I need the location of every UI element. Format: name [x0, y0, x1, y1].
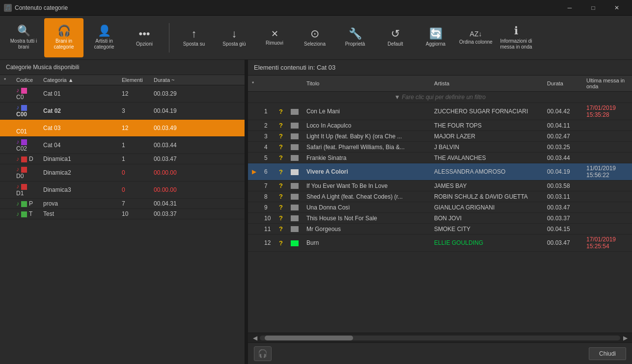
song-color: [287, 234, 302, 252]
default-icon: ↺: [391, 28, 400, 39]
sposta-su-button[interactable]: ↑ Sposta su: [174, 18, 214, 57]
category-table[interactable]: * Codice Categoria ▲ Elementi Durata ~ ♪…: [0, 75, 245, 364]
cat-table-row[interactable]: ♪D1Dinamica3000.00.00: [0, 182, 245, 199]
remove-icon: ✕: [271, 29, 278, 38]
song-num: 5: [260, 153, 275, 163]
rimuovi-button[interactable]: ✕ Rimuovi: [255, 18, 294, 57]
col-songs-titolo[interactable]: Titolo: [302, 76, 430, 92]
codice-text: C02: [16, 145, 27, 152]
cat-table-row[interactable]: ♪C02Cat 04100.03.44: [0, 137, 245, 154]
col-codice[interactable]: Codice: [12, 75, 39, 85]
songs-table-row[interactable]: 4?Safari (feat. Pharrell Williams, Bia &…: [248, 142, 632, 153]
song-last-aired: [582, 213, 632, 224]
row-arrow: [0, 137, 12, 154]
col-categoria[interactable]: Categoria ▲: [39, 75, 118, 85]
info-messa-onda-button[interactable]: ℹ Informazioni di messa in onda: [496, 18, 536, 57]
song-num: 11: [260, 224, 275, 234]
proprieta-button[interactable]: 🔧 Proprietà: [335, 18, 375, 57]
brani-categorie-button[interactable]: 🎧 Brani in categorie: [44, 18, 83, 57]
col-songs-ultima[interactable]: Ultima messa in onda: [582, 76, 632, 92]
song-duration: 00.03.47: [543, 202, 582, 213]
songs-table-row[interactable]: 7?If You Ever Want To Be In LoveJAMES BA…: [248, 181, 632, 191]
app-icon: 🎵: [4, 4, 12, 12]
person-icon: 👤: [98, 26, 111, 36]
songs-table-row[interactable]: 12?BurnELLIE GOULDING00.03.4717/01/2019 …: [248, 234, 632, 252]
song-duration: 00.02.47: [543, 131, 582, 142]
col-durata[interactable]: Durata ~: [150, 75, 245, 85]
cat-table-row[interactable]: ♪C00Cat 02300.04.19: [0, 103, 245, 120]
scroll-left-button[interactable]: ◀: [250, 335, 260, 341]
scrollbar-track[interactable]: [260, 336, 620, 340]
cat-table-row[interactable]: ▶♪C01Cat 031200.03.49: [0, 120, 245, 137]
music-note-icon: ♪: [16, 183, 19, 190]
question-mark-icon: ?: [279, 225, 283, 233]
cat-table-row[interactable]: ♪TTest1000.03.37: [0, 209, 245, 219]
song-star: [248, 213, 260, 224]
close-button[interactable]: Chiudi: [589, 347, 626, 360]
filter-row[interactable]: ▼ Fare clic qui per definire un filtro: [248, 92, 632, 103]
songs-table-row[interactable]: 5?Frankie SinatraTHE AVALANCHES00.03.44: [248, 153, 632, 163]
song-title: Vivere A Colori: [302, 163, 430, 181]
song-last-aired: [582, 153, 632, 163]
brani-categorie-label: Brani in categorie: [46, 38, 82, 50]
songs-table-row[interactable]: ▶6?Vivere A ColoriALESSANDRA AMOROSO00.0…: [248, 163, 632, 181]
maximize-button[interactable]: □: [582, 0, 605, 16]
aggiorna-label: Aggiorna: [426, 41, 445, 47]
cat-table-row[interactable]: ♪C0Cat 011200.03.29: [0, 85, 245, 103]
songs-table-row[interactable]: 10?This House Is Not For SaleBON JOVI00.…: [248, 213, 632, 224]
song-color-block: [291, 155, 299, 161]
opzioni-button[interactable]: ••• Opzioni: [125, 18, 164, 57]
category-color-indicator: [21, 105, 27, 111]
song-question: ?: [275, 131, 287, 142]
row-categoria: Dinamica3: [39, 182, 118, 199]
song-star: [248, 103, 260, 120]
song-num: 3: [260, 131, 275, 142]
codice-text: C01: [16, 128, 27, 135]
seleziona-button[interactable]: ⊙ Seleziona: [295, 18, 334, 57]
row-durata: 00.03.47: [150, 154, 245, 164]
col-elementi[interactable]: Elementi: [118, 75, 150, 85]
song-title: Loco In Acapulco: [302, 120, 430, 131]
ordina-colonne-button[interactable]: AZ↓ Ordina colonne: [456, 18, 495, 57]
song-color-block: [291, 133, 299, 139]
headphone-button[interactable]: 🎧: [254, 346, 272, 361]
row-arrow: [0, 199, 12, 209]
filter-placeholder[interactable]: ▼ Fare clic qui per definire un filtro: [248, 92, 632, 103]
songs-table-row[interactable]: 8?Shed A Light (feat. Cheat Codes) (r...…: [248, 191, 632, 202]
col-songs-artista[interactable]: Artista: [430, 76, 543, 92]
col-songs-durata[interactable]: Durata: [543, 76, 582, 92]
horizontal-scrollbar[interactable]: ◀ ▶: [248, 333, 632, 342]
scroll-right-button[interactable]: ▶: [620, 335, 630, 341]
song-question: ?: [275, 163, 287, 181]
row-durata: 00.03.29: [150, 85, 245, 103]
question-mark-icon: ?: [279, 204, 283, 211]
proprieta-label: Proprietà: [345, 41, 365, 47]
scrollbar-thumb[interactable]: [265, 336, 353, 340]
info-icon: ℹ: [514, 26, 518, 36]
cat-table-row[interactable]: ♪Pprova700.04.31: [0, 199, 245, 209]
cat-table-row[interactable]: ♪D0Dinamica2000.00.00: [0, 164, 245, 182]
songs-table-row[interactable]: 11?Mr GorgeousSMOKE CITY00.04.15: [248, 224, 632, 234]
panel-splitter[interactable]: [246, 60, 248, 364]
song-title: Una Donna Così: [302, 202, 430, 213]
close-window-button[interactable]: ✕: [605, 0, 628, 16]
headphone-toolbar-icon: 🎧: [57, 26, 71, 36]
song-question: ?: [275, 142, 287, 153]
songs-table-row[interactable]: 2?Loco In AcapulcoTHE FOUR TOPS00.04.11: [248, 120, 632, 131]
songs-area[interactable]: * Titolo Artista Durata Ultima messa in …: [248, 76, 632, 333]
cat-table-row[interactable]: ♪DDinamica1100.03.47: [0, 154, 245, 164]
sposta-giu-button[interactable]: ↓ Sposta giù: [215, 18, 254, 57]
songs-table-row[interactable]: 1?Con Le ManiZUCCHERO SUGAR FORNACIARI00…: [248, 103, 632, 120]
song-num: 7: [260, 181, 275, 191]
song-num: 8: [260, 191, 275, 202]
minimize-button[interactable]: ─: [558, 0, 581, 16]
songs-table-row[interactable]: 3?Light It Up (feat. Baby K) (ora Che ..…: [248, 131, 632, 142]
aggiorna-button[interactable]: 🔄 Aggiorna: [416, 18, 455, 57]
song-last-aired: [582, 224, 632, 234]
default-button[interactable]: ↺ Default: [376, 18, 415, 57]
category-color-indicator: [21, 184, 27, 190]
artisti-categorie-button[interactable]: 👤 Artisti in categorie: [84, 18, 124, 57]
songs-table-row[interactable]: 9?Una Donna CosìGIANLUCA GRIGNANI00.03.4…: [248, 202, 632, 213]
song-color-block: [291, 215, 299, 221]
show-all-button[interactable]: 🔍 Mostra tutti i brani: [4, 18, 43, 57]
